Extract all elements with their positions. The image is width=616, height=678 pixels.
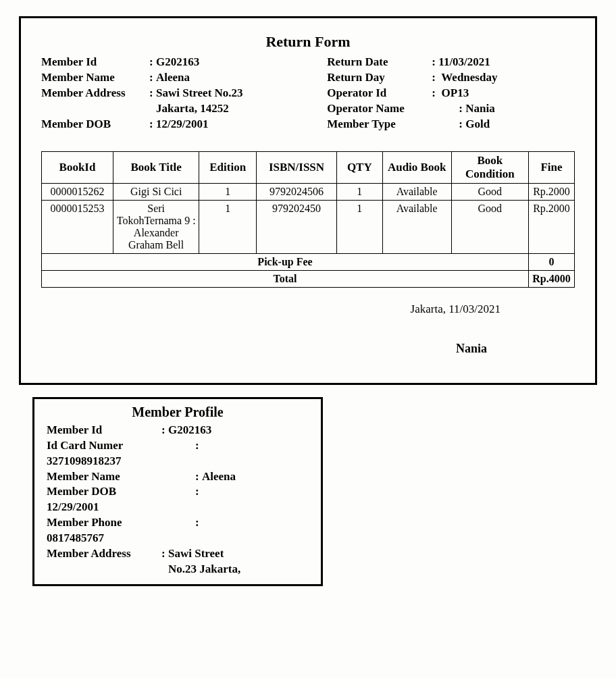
header-condition: Book Condition — [451, 151, 529, 183]
header-edition: Edition — [199, 151, 257, 183]
header-qty: QTY — [336, 151, 382, 183]
profile-member-id-label: Member Id — [47, 423, 161, 438]
profile-member-address-line1: Sawi Street — [168, 546, 224, 562]
return-day-label: Return Day — [327, 70, 432, 86]
header-isbn: ISBN/ISSN — [257, 151, 337, 183]
profile-member-address-line2: No.23 Jakarta, — [47, 562, 309, 577]
header-fine: Fine — [529, 151, 575, 183]
header-audio: Audio Book — [382, 151, 451, 183]
operator-id-label: Operator Id — [327, 86, 432, 101]
profile-member-name-label: Member Name — [47, 469, 195, 485]
header-bookid: BookId — [42, 151, 113, 183]
cell-isbn: 979202450 — [257, 200, 337, 253]
total-value: Rp.4000 — [529, 270, 575, 287]
profile-id-card-value: 3271098918237 — [47, 454, 309, 469]
member-address-line1: Sawi Street No.23 — [156, 86, 313, 101]
member-name-label: Member Name — [41, 70, 149, 86]
cell-fine: Rp.2000 — [529, 200, 575, 253]
profile-member-phone-value: 0817485767 — [47, 531, 309, 546]
pickup-fee-row: Pick-up Fee 0 — [42, 253, 575, 270]
cell-condition: Good — [451, 183, 529, 200]
colon: : — [149, 117, 156, 132]
colon: : — [149, 55, 156, 70]
operator-id-value: OP13 — [438, 86, 575, 101]
colon: : — [195, 438, 202, 454]
cell-edition: 1 — [199, 183, 257, 200]
member-address-line2: Jakarta, 14252 — [41, 101, 313, 117]
return-date-label: Return Date — [327, 55, 432, 70]
cell-condition: Good — [451, 200, 529, 253]
signature-location-date: Jakarta, 11/03/2021 — [41, 303, 500, 316]
colon: : — [149, 86, 156, 101]
total-label: Total — [42, 270, 529, 287]
member-dob-label: Member DOB — [41, 117, 149, 132]
signature-name: Nania — [41, 342, 500, 356]
return-date-value: 11/03/2021 — [438, 55, 575, 70]
cell-audio: Available — [382, 200, 451, 253]
profile-id-card-label: Id Card Numer — [47, 438, 195, 454]
member-profile-title: Member Profile — [47, 405, 309, 420]
member-type-value: Gold — [465, 118, 490, 130]
colon: : — [459, 118, 465, 130]
header-info: Member Id : G202163 Member Name : Aleena… — [41, 55, 575, 132]
return-form-container: Return Form Member Id : G202163 Member N… — [19, 16, 597, 385]
cell-isbn: 9792024506 — [257, 183, 337, 200]
profile-member-phone-label: Member Phone — [47, 515, 195, 531]
table-row: 0000015253 Seri TokohTernama 9 : Alexand… — [42, 200, 575, 253]
profile-member-dob-label: Member DOB — [47, 484, 195, 500]
cell-bookid: 0000015253 — [42, 200, 113, 253]
colon: : — [161, 546, 168, 562]
profile-member-dob-value: 12/29/2001 — [47, 500, 309, 515]
operator-name-value: Nania — [465, 102, 494, 115]
colon: : — [432, 55, 438, 70]
colon: : — [195, 469, 202, 485]
cell-qty: 1 — [336, 200, 382, 253]
profile-member-name-value: Aleena — [202, 469, 236, 485]
cell-fine: Rp.2000 — [529, 183, 575, 200]
operator-name-label: Operator Name — [327, 101, 432, 117]
cell-title: Gigi Si Cici — [113, 183, 199, 200]
colon: : — [195, 484, 202, 500]
right-info-column: Return Date : 11/03/2021 Return Day : We… — [327, 55, 575, 132]
return-form-title: Return Form — [41, 33, 575, 51]
member-address-label: Member Address — [41, 86, 149, 101]
table-row: 0000015262 Gigi Si Cici 1 9792024506 1 A… — [42, 183, 575, 200]
colon: : — [459, 102, 465, 115]
colon: : — [432, 70, 438, 86]
member-id-value: G202163 — [156, 55, 313, 70]
colon: : — [149, 70, 156, 86]
cell-qty: 1 — [336, 183, 382, 200]
header-booktitle: Book Title — [113, 151, 199, 183]
books-table: BookId Book Title Edition ISBN/ISSN QTY … — [41, 151, 575, 288]
cell-title: Seri TokohTernama 9 : Alexander Graham B… — [113, 200, 199, 253]
cell-edition: 1 — [199, 200, 257, 253]
member-id-label: Member Id — [41, 55, 149, 70]
signature-block: Jakarta, 11/03/2021 Nania — [41, 303, 575, 356]
left-info-column: Member Id : G202163 Member Name : Aleena… — [41, 55, 313, 132]
cell-audio: Available — [382, 183, 451, 200]
return-day-value: Wednesday — [438, 70, 575, 86]
table-header-row: BookId Book Title Edition ISBN/ISSN QTY … — [42, 151, 575, 183]
member-name-value: Aleena — [156, 70, 313, 86]
colon: : — [195, 515, 202, 531]
colon: : — [161, 423, 168, 438]
member-dob-value: 12/29/2001 — [156, 117, 313, 132]
member-profile-container: Member Profile Member Id : G202163 Id Ca… — [32, 397, 323, 586]
profile-member-id-value: G202163 — [168, 423, 211, 438]
member-type-label: Member Type — [327, 117, 432, 132]
pickup-fee-label: Pick-up Fee — [42, 253, 529, 270]
pickup-fee-value: 0 — [529, 253, 575, 270]
total-row: Total Rp.4000 — [42, 270, 575, 287]
cell-bookid: 0000015262 — [42, 183, 113, 200]
colon: : — [432, 86, 438, 101]
profile-member-address-label: Member Address — [47, 546, 161, 562]
